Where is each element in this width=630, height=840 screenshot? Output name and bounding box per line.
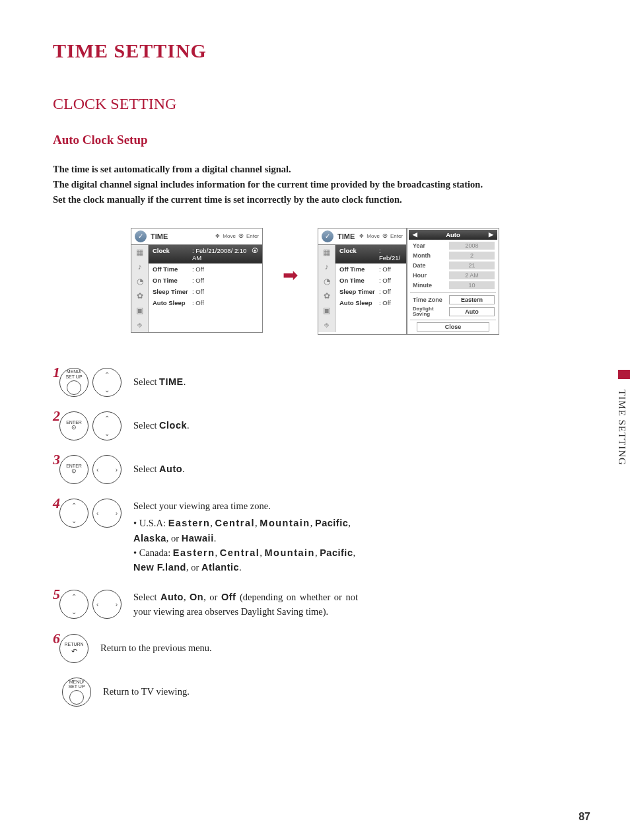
leftright-button-icon: ‹› <box>92 590 122 619</box>
move-icon: ✥ <box>215 233 220 239</box>
osd-row: ✓ TIME ✥ Move ⦿ Enter ▦ ♪ ◔ ✿ ▣ ⎆ <box>53 228 577 335</box>
menu-button-icon: MENU/ SET UP <box>59 368 88 397</box>
osd-item-clock: ClockFeb/21/ <box>335 245 406 263</box>
option-icon: ✿ <box>131 289 148 303</box>
osd-menu-time: ✓ TIME ✥ Move ⦿ Enter ▦ ♪ ◔ ✿ ▣ ⎆ <box>131 228 263 333</box>
clock-icon: ✓ <box>135 230 147 242</box>
audio-icon: ♪ <box>131 260 148 274</box>
osd-menu-time-clock: ✓ TIME ✥ Move ⦿ Enter ▦ ♪ ◔ ✿ ▣ <box>318 228 407 335</box>
osd-item: On TimeOff <box>149 275 262 286</box>
osd-item: Sleep TimerOff <box>335 286 406 297</box>
step-3: 3 ENTER⊙ ‹› Select Auto. <box>53 455 577 484</box>
updown-button-icon: ⌃⌄ <box>92 368 122 397</box>
input-icon: ⎆ <box>131 318 148 332</box>
detail-auto: Auto <box>446 231 460 238</box>
side-tab-marker <box>618 370 630 379</box>
updown-button-icon: ⌃⌄ <box>59 590 88 619</box>
step-5: 5 ⌃⌄ ‹› Select Auto, On, or Off (dependi… <box>53 590 577 619</box>
move-icon: ✥ <box>359 233 364 239</box>
step-7: MENU/ SET UP Return to TV viewing. <box>62 678 577 707</box>
option-icon: ✿ <box>318 289 335 303</box>
time-icon: ◔ <box>318 274 335 289</box>
page-title: TIME SETTING <box>53 40 577 62</box>
triangle-left-icon: ◀ <box>413 231 417 238</box>
menu-button-icon: MENU/ SET UP <box>62 678 91 707</box>
arrow-right-icon: ➡ <box>283 264 298 286</box>
osd-nav-move: Move <box>223 233 236 239</box>
lock-icon: ▣ <box>318 303 335 318</box>
time-icon: ◔ <box>131 274 148 289</box>
osd-item: Auto SleepOff <box>335 297 406 308</box>
osd-item: Auto SleepOff <box>149 297 262 308</box>
side-tab-label: TIME SETTING <box>613 383 630 472</box>
updown-button-icon: ⌃⌄ <box>92 411 122 440</box>
picture-icon: ▦ <box>318 245 335 260</box>
page-number: 87 <box>578 811 590 823</box>
return-button-icon: RETURN↶ <box>59 634 88 663</box>
enter-button-icon: ENTER⊙ <box>59 455 88 484</box>
osd-nav-enter: Enter <box>390 233 403 239</box>
osd-item: Sleep TimerOff <box>149 286 262 297</box>
leftright-button-icon: ‹› <box>92 499 122 528</box>
intro-line: The time is set automatically from a dig… <box>53 162 577 177</box>
audio-icon: ♪ <box>318 260 335 274</box>
enter-dot-icon: ⦿ <box>238 233 244 239</box>
step-4: 4 ⌃⌄ ‹› Select your viewing area time zo… <box>53 499 577 575</box>
osd-nav-move: Move <box>367 233 380 239</box>
intro-line: Set the clock manually if the current ti… <box>53 192 577 207</box>
intro-line: The digital channel signal includes info… <box>53 177 577 192</box>
lock-icon: ▣ <box>131 303 148 318</box>
osd-nav-enter: Enter <box>246 233 259 239</box>
picture-icon: ▦ <box>131 245 148 260</box>
osd-close: Close <box>417 322 489 332</box>
osd-item: Off TimeOff <box>335 263 406 275</box>
triangle-right-icon: ▶ <box>489 231 493 238</box>
enter-button-icon: ENTER⊙ <box>59 411 88 440</box>
osd-item: Off TimeOff <box>149 263 262 275</box>
osd-detail-panel: ◀ Auto ▶ Year2008 Month2 Date21 Hour2 AM… <box>407 228 499 335</box>
osd-title: TIME <box>337 232 355 240</box>
step-6: 6 RETURN↶ Return to the previous menu. <box>53 634 577 663</box>
step-1: 1 MENU/ SET UP ⌃⌄ Select TIME. <box>53 368 577 397</box>
leftright-button-icon: ‹› <box>92 455 122 484</box>
subsection-title: Auto Clock Setup <box>53 133 577 147</box>
osd-item-clock: ClockFeb/21/2008/ 2:10 AM⦿ <box>149 245 262 263</box>
input-icon: ⎆ <box>318 318 335 332</box>
osd-item: On TimeOff <box>335 275 406 286</box>
enter-dot-icon: ⦿ <box>252 247 258 262</box>
section-title: CLOCK SETTING <box>53 95 577 113</box>
osd-title: TIME <box>151 232 168 240</box>
intro-text: The time is set automatically from a dig… <box>53 162 577 208</box>
step-2: 2 ENTER⊙ ⌃⌄ Select Clock. <box>53 411 577 440</box>
clock-icon: ✓ <box>322 230 333 242</box>
updown-button-icon: ⌃⌄ <box>59 499 88 528</box>
enter-dot-icon: ⦿ <box>382 233 388 239</box>
